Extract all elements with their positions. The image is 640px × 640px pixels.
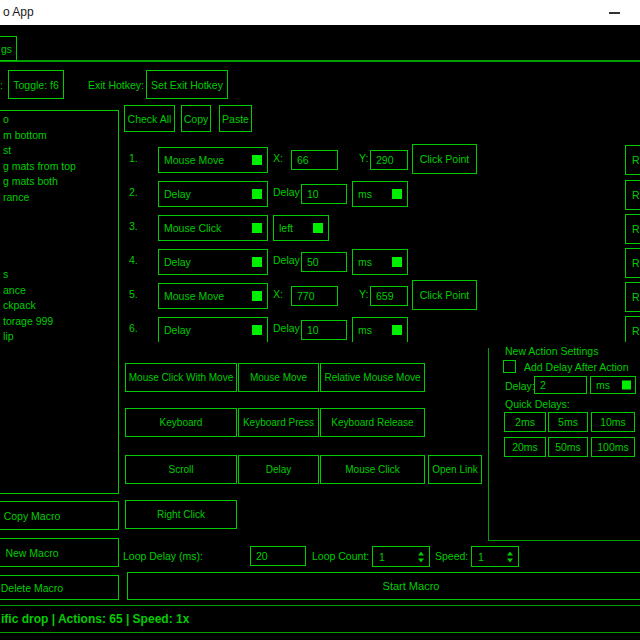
delay-input[interactable] bbox=[301, 252, 347, 272]
quick-delay-10ms-button[interactable]: 10ms bbox=[591, 412, 635, 432]
action-row-number: 1. bbox=[129, 152, 138, 164]
macro-list-item[interactable]: m bottom bbox=[0, 128, 118, 144]
click-point-button[interactable]: Click Point bbox=[412, 144, 477, 174]
nas-delay-label: Delay: bbox=[505, 380, 535, 392]
delay-label: Delay bbox=[273, 186, 300, 198]
macro-list[interactable]: o m bottom st g mats from top g mats bot… bbox=[0, 110, 119, 494]
macro-list-item[interactable]: ance bbox=[0, 283, 118, 299]
dropdown-indicator-icon bbox=[252, 189, 262, 199]
delay-label: Delay bbox=[273, 322, 300, 334]
remove-action-button[interactable]: R bbox=[625, 248, 640, 278]
macro-list-item[interactable]: rance bbox=[0, 190, 118, 206]
action-type-dropdown[interactable]: Mouse Click bbox=[158, 215, 268, 241]
set-exit-hotkey-button[interactable]: Set Exit Hotkey bbox=[146, 70, 228, 99]
delay-input[interactable] bbox=[301, 184, 347, 204]
loop-delay-input[interactable] bbox=[250, 546, 306, 566]
copy-macro-button[interactable]: Copy Macro bbox=[0, 501, 119, 530]
palette-scroll-button[interactable]: Scroll bbox=[125, 455, 237, 484]
macro-list-item[interactable]: ckpack bbox=[0, 298, 118, 314]
new-macro-button[interactable]: New Macro bbox=[0, 538, 119, 567]
check-all-button[interactable]: Check All bbox=[124, 105, 175, 132]
delay-unit-dropdown[interactable]: ms bbox=[352, 249, 408, 275]
action-type-dropdown[interactable]: Mouse Move bbox=[158, 147, 268, 173]
y-label: Y: bbox=[359, 288, 368, 300]
macro-list-item[interactable] bbox=[0, 221, 118, 237]
action-row-number: 3. bbox=[129, 220, 138, 232]
quick-delay-50ms-button[interactable]: 50ms bbox=[548, 437, 588, 457]
nas-delay-unit-value: ms bbox=[596, 379, 610, 391]
minimize-icon[interactable] bbox=[609, 12, 620, 14]
spinner-arrows-icon[interactable] bbox=[507, 551, 513, 562]
new-action-settings-border-bottom bbox=[488, 540, 640, 541]
action-type-dropdown[interactable]: Delay bbox=[158, 181, 268, 207]
palette-mouse-click-button[interactable]: Mouse Click bbox=[320, 455, 425, 484]
nas-delay-unit-dropdown[interactable]: ms bbox=[590, 376, 636, 394]
quick-delay-2ms-button[interactable]: 2ms bbox=[504, 412, 546, 432]
tab-settings[interactable]: gs bbox=[0, 36, 17, 61]
speed-value: 1 bbox=[478, 551, 484, 563]
macro-list-item[interactable]: g mats both bbox=[0, 174, 118, 190]
palette-keyboard-press-button[interactable]: Keyboard Press bbox=[238, 408, 319, 437]
speed-spinner[interactable]: 1 bbox=[471, 546, 519, 567]
click-point-button[interactable]: Click Point bbox=[412, 280, 477, 310]
palette-mouse-move-button[interactable]: Mouse Move bbox=[238, 363, 319, 392]
delay-unit-dropdown[interactable]: ms bbox=[352, 317, 408, 342]
action-type-dropdown[interactable]: Delay bbox=[158, 317, 268, 342]
loop-count-spinner[interactable]: 1 bbox=[372, 546, 430, 567]
palette-right-click-button[interactable]: Right Click bbox=[125, 500, 237, 529]
macro-list-item[interactable]: o bbox=[0, 112, 118, 128]
y-input[interactable] bbox=[370, 150, 408, 170]
delay-input[interactable] bbox=[301, 320, 347, 340]
nas-delay-input[interactable] bbox=[534, 376, 587, 394]
delete-macro-button[interactable]: Delete Macro bbox=[0, 575, 119, 600]
status-bar: ific drop | Actions: 65 | Speed: 1x bbox=[0, 605, 640, 633]
palette-keyboard-release-button[interactable]: Keyboard Release bbox=[320, 408, 425, 437]
add-delay-checkbox[interactable] bbox=[503, 360, 516, 373]
remove-action-button[interactable]: R bbox=[625, 214, 640, 244]
paste-actions-button[interactable]: Paste bbox=[219, 105, 252, 132]
quick-delay-5ms-button[interactable]: 5ms bbox=[548, 412, 588, 432]
palette-keyboard-button[interactable]: Keyboard bbox=[125, 408, 237, 437]
dropdown-indicator-icon bbox=[392, 257, 402, 267]
action-row-number: 5. bbox=[129, 288, 138, 300]
action-type-value: Mouse Move bbox=[164, 290, 224, 302]
spinner-arrows-icon[interactable] bbox=[418, 551, 424, 562]
x-input[interactable] bbox=[291, 150, 338, 170]
toggle-hotkey-button[interactable]: Toggle: f6 bbox=[8, 70, 64, 99]
window-title: o App bbox=[3, 5, 34, 19]
macro-list-item[interactable] bbox=[0, 252, 118, 268]
copy-actions-button[interactable]: Copy bbox=[181, 105, 211, 132]
macro-list-item[interactable]: g mats from top bbox=[0, 159, 118, 175]
quick-delay-100ms-button[interactable]: 100ms bbox=[591, 437, 635, 457]
add-delay-label: Add Delay After Action bbox=[524, 361, 628, 373]
quick-delays-label: Quick Delays: bbox=[505, 398, 570, 410]
palette-relative-mouse-move-button[interactable]: Relative Mouse Move bbox=[320, 363, 425, 392]
remove-action-button[interactable]: R bbox=[625, 145, 640, 175]
mouse-button-dropdown[interactable]: left bbox=[273, 215, 329, 241]
palette-mouse-click-with-move-button[interactable]: Mouse Click With Move bbox=[125, 363, 237, 392]
palette-open-link-button[interactable]: Open Link bbox=[428, 455, 482, 484]
x-input[interactable] bbox=[291, 286, 338, 306]
action-row-number: 4. bbox=[129, 254, 138, 266]
macro-list-item[interactable]: st bbox=[0, 143, 118, 159]
remove-action-button[interactable]: R bbox=[625, 282, 640, 312]
action-type-dropdown[interactable]: Delay bbox=[158, 249, 268, 275]
quick-delay-20ms-button[interactable]: 20ms bbox=[504, 437, 546, 457]
macro-list-item[interactable] bbox=[0, 236, 118, 252]
x-label: X: bbox=[273, 152, 283, 164]
palette-delay-button[interactable]: Delay bbox=[238, 455, 319, 484]
tab-settings-label: gs bbox=[1, 43, 12, 55]
y-input[interactable] bbox=[370, 286, 408, 306]
macro-list-item[interactable]: lip bbox=[0, 329, 118, 345]
start-macro-button[interactable]: Start Macro bbox=[127, 572, 640, 600]
remove-action-button[interactable]: R bbox=[625, 316, 640, 342]
action-type-dropdown[interactable]: Mouse Move bbox=[158, 283, 268, 309]
delay-unit-dropdown[interactable]: ms bbox=[352, 181, 408, 207]
tab-underline bbox=[0, 60, 640, 62]
dropdown-indicator-icon bbox=[392, 325, 402, 335]
remove-action-button[interactable]: R bbox=[625, 180, 640, 210]
y-label: Y: bbox=[359, 152, 368, 164]
macro-list-item[interactable] bbox=[0, 205, 118, 221]
macro-list-item[interactable]: torage 999 bbox=[0, 314, 118, 330]
macro-list-item[interactable]: s bbox=[0, 267, 118, 283]
